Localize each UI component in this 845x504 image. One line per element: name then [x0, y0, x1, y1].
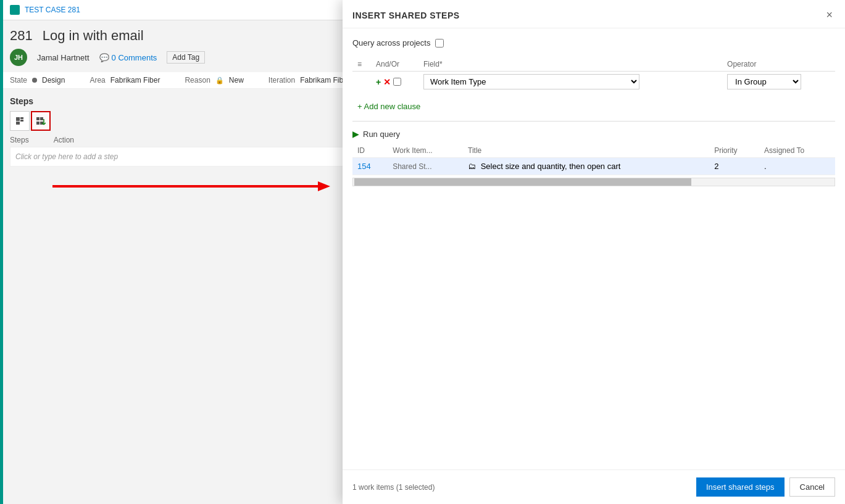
state-label: State	[10, 76, 27, 85]
col-result-assigned: Assigned To	[759, 144, 835, 158]
state-value: Design	[42, 76, 65, 85]
query-across-row: Query across projects	[352, 38, 835, 48]
insert-shared-steps-button[interactable]	[31, 111, 51, 131]
result-assigned: .	[759, 158, 835, 175]
avatar: JH	[10, 49, 27, 66]
add-clause-icon[interactable]: +	[376, 77, 381, 87]
footer-actions: Insert shared steps Cancel	[696, 477, 835, 497]
comment-icon: 💬	[99, 53, 109, 62]
col-drag: ≡	[352, 57, 371, 72]
work-item-title: Log in with email	[43, 28, 144, 44]
query-clause-row: + ✕ Work Item Type	[352, 72, 835, 93]
test-case-icon	[10, 5, 20, 15]
run-icon: ▶	[352, 129, 359, 139]
query-across-checkbox[interactable]	[435, 39, 444, 48]
divider	[352, 121, 835, 122]
result-type: Shared St...	[388, 158, 463, 175]
arrow-shape	[52, 184, 330, 189]
query-table: ≡ And/Or Field* Operator + ✕	[352, 57, 835, 92]
clause-field-cell: Work Item Type	[418, 72, 722, 93]
clause-drag-cell	[352, 72, 371, 93]
steps-icon-button[interactable]	[10, 111, 30, 131]
run-query-row: ▶ Run query	[352, 129, 835, 139]
result-title: 🗂 Select size and quantity, then open ca…	[463, 158, 709, 175]
modal-title: INSERT SHARED STEPS	[352, 10, 460, 20]
insert-shared-steps-modal: INSERT SHARED STEPS × Query across proje…	[343, 0, 845, 504]
col-result-priority: Priority	[709, 144, 759, 158]
result-priority: 2	[709, 158, 759, 175]
footer-status: 1 work items (1 selected)	[352, 483, 435, 492]
svg-rect-5	[36, 122, 40, 125]
svg-rect-0	[16, 117, 20, 121]
svg-rect-1	[16, 122, 20, 125]
insert-shared-steps-confirm-button[interactable]: Insert shared steps	[696, 477, 785, 497]
reason-label: Reason	[185, 76, 210, 85]
col-result-title: Title	[463, 144, 709, 158]
col-field: Field*	[418, 57, 722, 72]
reason-field: Reason 🔒 New	[185, 76, 243, 85]
comments-link[interactable]: 💬 0 Comments	[99, 53, 157, 62]
area-label: Area	[89, 76, 105, 85]
col-result-id: ID	[352, 144, 388, 158]
add-new-clause-button[interactable]: + Add new clause	[352, 99, 425, 114]
test-case-label: TEST CASE 281	[25, 6, 80, 14]
run-query-label: Run query	[363, 130, 400, 139]
modal-close-button[interactable]: ×	[823, 9, 835, 22]
col-and-or: And/Or	[371, 57, 418, 72]
state-field: State Design	[10, 76, 65, 85]
modal-footer: 1 work items (1 selected) Insert shared …	[343, 469, 845, 504]
field-select[interactable]: Work Item Type	[423, 74, 639, 89]
svg-rect-4	[36, 117, 40, 120]
modal-body: Query across projects ≡ And/Or Field* Op…	[343, 28, 845, 469]
work-item-id: 281	[10, 28, 33, 44]
steps-col-label: Steps	[10, 136, 29, 144]
operator-select[interactable]: In Group	[727, 74, 801, 89]
svg-rect-6	[40, 117, 43, 120]
arrow-line	[52, 185, 318, 188]
area-value: Fabrikam Fiber	[110, 76, 160, 85]
results-table: ID Work Item... Title Priority Assigned …	[352, 144, 835, 175]
query-across-label: Query across projects	[352, 38, 430, 48]
cancel-button[interactable]: Cancel	[789, 477, 835, 497]
svg-rect-2	[20, 117, 23, 119]
arrow-indicator	[52, 184, 330, 189]
results-header-row: ID Work Item... Title Priority Assigned …	[352, 144, 835, 158]
svg-rect-3	[20, 120, 23, 122]
arrow-head	[318, 181, 330, 191]
remove-clause-icon[interactable]: ✕	[383, 77, 391, 87]
clause-checkbox[interactable]	[393, 78, 401, 86]
add-tag-button[interactable]: Add Tag	[167, 51, 205, 64]
result-id: 154	[352, 158, 388, 175]
modal-header: INSERT SHARED STEPS ×	[343, 0, 845, 28]
lock-icon: 🔒	[215, 76, 224, 85]
result-row[interactable]: 154 Shared St... 🗂 Select size and quant…	[352, 158, 835, 175]
scroll-thumb	[354, 178, 691, 186]
state-dot	[32, 78, 37, 83]
field-select-wrapper: Work Item Type	[423, 74, 717, 89]
col-result-type: Work Item...	[388, 144, 463, 158]
result-title-icon: 🗂	[468, 162, 476, 171]
comments-count: 0 Comments	[112, 53, 157, 62]
col-operator: Operator	[722, 57, 835, 72]
clause-and-or-cell: + ✕	[371, 72, 418, 93]
horizontal-scrollbar[interactable]	[352, 178, 835, 186]
area-field: Area Fabrikam Fiber	[89, 76, 160, 85]
reason-value: New	[229, 76, 244, 85]
left-accent-bar	[0, 0, 3, 504]
run-query-button[interactable]: ▶ Run query	[352, 129, 400, 139]
action-col-label: Action	[54, 136, 74, 144]
author-name: Jamal Hartnett	[37, 53, 89, 62]
add-step-placeholder: Click or type here to add a step	[15, 152, 118, 161]
iteration-label: Iteration	[268, 76, 295, 85]
clause-operator-cell: In Group	[722, 72, 835, 93]
